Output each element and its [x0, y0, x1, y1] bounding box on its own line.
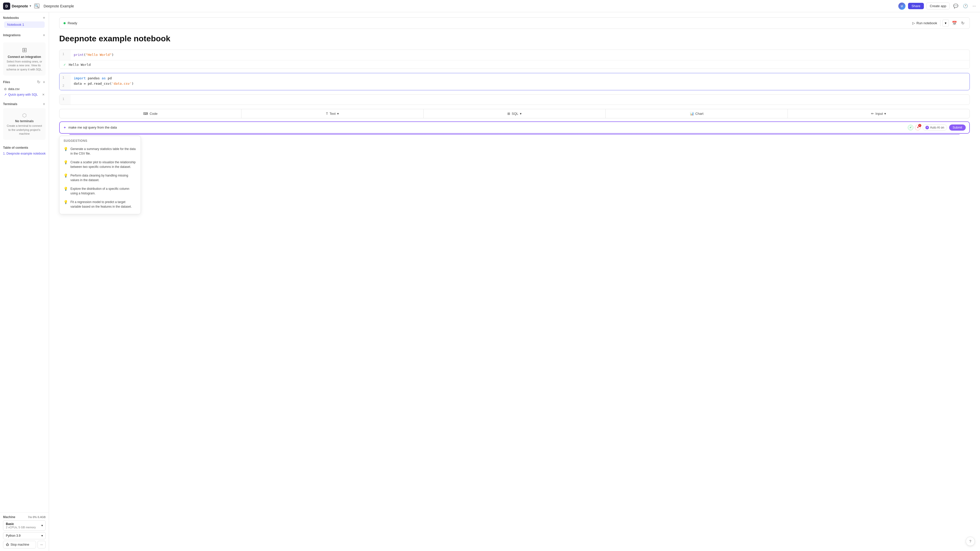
auto-ai-button[interactable]: ✦ Auto AI on	[923, 124, 947, 130]
suggestions-title: Suggestions	[59, 139, 141, 144]
status-dot	[64, 22, 65, 24]
toolbar-text-button[interactable]: T Text ▾	[242, 109, 423, 118]
lightbulb-icon-4: 💡	[64, 187, 68, 191]
files-label: Files	[3, 80, 10, 84]
toolbar-input-button[interactable]: ✏ Input ▾	[788, 109, 969, 118]
schedule-icon[interactable]: 📅	[951, 20, 958, 27]
toolbar-sql-label: SQL	[512, 112, 518, 116]
cell-1-gutter: 1	[59, 50, 71, 60]
suggestions-dropdown: Suggestions 💡 Generate a summary statist…	[59, 136, 141, 214]
no-terminals-box: ⬡ No terminals Create a terminal to conn…	[3, 108, 46, 140]
run-options-button[interactable]: ▾	[942, 20, 949, 27]
suggestion-item-1[interactable]: 💡 Generate a summary statistics table fo…	[59, 144, 141, 158]
machine-type-select[interactable]: Basic 2 vCPUs, 5 GB memory ▾	[3, 520, 46, 530]
terminals-header: Terminals +	[3, 102, 46, 106]
quick-query-icon: ↗	[4, 93, 6, 97]
history-icon[interactable]: 🕐	[962, 3, 969, 10]
page-title: Deepnote Example	[44, 4, 74, 8]
machine-header: Machine 7m 0% 0.4GB	[3, 515, 46, 519]
kw-import: import	[74, 76, 86, 81]
suggestion-item-2[interactable]: 💡 Create a scatter plot to visualize the…	[59, 158, 141, 171]
close-quick-query-button[interactable]: ✕	[42, 93, 45, 97]
toolbar-chart-label: Chart	[695, 112, 703, 116]
integration-desc: Select from existing ones, or create a n…	[6, 60, 43, 71]
sidebar-item-notebook1[interactable]: Notebook 1	[4, 21, 45, 28]
suggestion-text-2: Create a scatter plot to visualize the r…	[70, 160, 137, 169]
no-terminals-title: No terminals	[6, 119, 43, 123]
cell-2-num1: 1	[62, 76, 65, 79]
machine-section: Machine 7m 0% 0.4GB Basic 2 vCPUs, 5 GB …	[0, 513, 49, 551]
python-version-select[interactable]: Python 3.9 ▾	[3, 532, 46, 539]
terminals-label: Terminals	[3, 102, 18, 106]
submit-button[interactable]: Submit	[949, 124, 966, 130]
integrations-section: Integrations +	[0, 30, 49, 40]
share-button[interactable]: Share	[908, 3, 924, 9]
app-logo[interactable]: D Deepnote ▾	[3, 3, 31, 10]
file-name: data.csv	[8, 87, 20, 91]
toc-item-1[interactable]: 1. Deepnote example notebook	[3, 151, 46, 156]
badge-green: ✓	[908, 125, 913, 130]
suggestion-item-4[interactable]: 💡 Explore the distribution of a specific…	[59, 184, 141, 198]
run-notebook-button[interactable]: ▷ Run notebook	[909, 20, 940, 26]
cell-2-content[interactable]: import pandas as pd data = pd.read_csv('…	[71, 73, 969, 90]
create-app-button[interactable]: Create app	[926, 3, 950, 10]
quick-query-item[interactable]: ↗ Quick query with SQL ✕	[3, 92, 46, 97]
suggestion-item-3[interactable]: 💡 Perform data cleaning by handling miss…	[59, 171, 141, 184]
comments-icon[interactable]: 💬	[952, 3, 959, 10]
add-terminal-button[interactable]: +	[42, 102, 46, 106]
chevron-down-icon: ▾	[41, 524, 43, 527]
ai-underline	[69, 134, 959, 135]
power-icon: ⏻	[6, 543, 9, 546]
cell-3-content[interactable]	[71, 95, 81, 105]
avatar[interactable]: U	[898, 3, 905, 10]
cell-1: 1 print("Hello World") ✓ Hello World	[59, 49, 970, 69]
machine-type-label: Basic	[6, 522, 36, 526]
file-item-data-csv[interactable]: ⊙ data.csv	[3, 86, 46, 92]
cell-3: 1	[59, 94, 970, 105]
refresh-icon[interactable]: ↻	[960, 20, 966, 27]
toolbar-chart-button[interactable]: 📊 Chart	[606, 109, 788, 118]
search-button[interactable]: 🔍	[34, 3, 40, 8]
submit-label: Submit	[953, 126, 962, 129]
files-section: Files ↻ + ⊙ data.csv ↗ Quick query with …	[0, 78, 49, 100]
status-ready: Ready	[64, 21, 77, 25]
integrations-header: Integrations +	[3, 33, 46, 38]
status-actions: ▷ Run notebook ▾ 📅 ↻	[909, 20, 966, 27]
machine-more-button[interactable]: ···	[38, 541, 46, 548]
toolbar-text-label: Text	[329, 112, 336, 116]
code-line-import: import pandas as pd	[74, 76, 966, 81]
help-button[interactable]: ?	[966, 537, 975, 546]
badge-red: ✕ 1	[915, 125, 921, 130]
toolbar-code-button[interactable]: ⌨ Code	[59, 109, 242, 118]
integration-icon: ⊞	[6, 46, 43, 54]
add-file-button[interactable]: +	[42, 79, 46, 85]
text-icon: T	[326, 112, 328, 116]
integration-title: Connect an integration	[6, 55, 43, 59]
layout: Notebooks + Notebook 1 Integrations + ⊞ …	[0, 12, 980, 551]
toc-section: Table of contents 1. Deepnote example no…	[0, 144, 49, 158]
code-line-read: data = pd.read_csv('data.csv')	[74, 81, 966, 86]
cell-1-content[interactable]: print("Hello World")	[71, 50, 969, 60]
add-integration-button[interactable]: +	[42, 33, 46, 38]
integrations-label: Integrations	[3, 33, 21, 37]
suggestion-item-5[interactable]: 💡 Fit a regression model to predict a ta…	[59, 198, 141, 211]
chevron-down-icon: ▾	[41, 534, 43, 537]
topbar: D Deepnote ▾ 🔍 Deepnote Example U Share …	[0, 0, 980, 12]
cell-1-output-text: Hello World	[68, 63, 91, 67]
toolbar-sql-button[interactable]: ⊞ SQL ▾	[424, 109, 606, 118]
stop-machine-button[interactable]: ⏻ Stop machine	[3, 541, 36, 548]
play-icon: ▷	[912, 21, 915, 25]
python-version-label: Python 3.9	[6, 534, 21, 537]
add-notebook-button[interactable]: +	[42, 15, 46, 21]
notebooks-label: Notebooks	[3, 16, 19, 20]
notebooks-section: Notebooks + Notebook 1	[0, 12, 49, 30]
lightbulb-icon-3: 💡	[64, 173, 68, 178]
notebook1-label: Notebook 1	[7, 23, 24, 27]
lightbulb-icon-5: 💡	[64, 200, 68, 204]
more-icon[interactable]: ···	[972, 3, 977, 10]
cell-3-body: 1	[59, 95, 969, 105]
refresh-files-button[interactable]: ↻	[37, 79, 41, 85]
lightbulb-icon-2: 💡	[64, 160, 68, 164]
integration-box: ⊞ Connect an integration Select from exi…	[3, 42, 46, 76]
ai-input-field[interactable]	[68, 125, 906, 129]
